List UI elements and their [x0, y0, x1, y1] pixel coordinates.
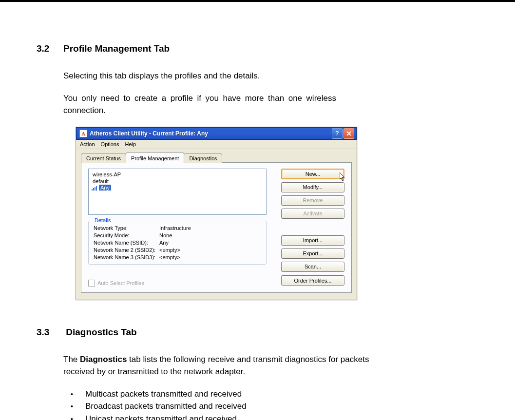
detail-label: Network Name 3 (SSID3): — [94, 254, 159, 260]
signal-icon — [92, 186, 98, 191]
detail-label: Network Name (SSID): — [94, 240, 159, 246]
app-icon: A — [79, 130, 87, 137]
tab-diagnostics[interactable]: Diagnostics — [184, 153, 222, 163]
button-spacer — [281, 222, 344, 232]
tab-strip: Current Status Profile Management Diagno… — [81, 152, 352, 162]
tab-profile-management[interactable]: Profile Management — [126, 153, 184, 163]
text-run-bold: Diagnostics — [80, 355, 127, 364]
menu-options[interactable]: Options — [101, 141, 119, 147]
list-item: Multicast packets transmitted and receiv… — [85, 388, 466, 401]
window-titlebar[interactable]: A Atheros Client Utility - Current Profi… — [76, 127, 357, 140]
order-profiles-button[interactable]: Order Profiles... — [281, 275, 344, 286]
section-3-2-heading: 3.2Profile Management Tab — [37, 43, 466, 54]
auto-select-checkbox-row: Auto Select Profiles — [88, 275, 144, 286]
section-title: Profile Management Tab — [63, 43, 170, 54]
detail-value: <empty> — [159, 247, 261, 253]
section-number: 3.3 — [37, 327, 63, 338]
auto-select-label: Auto Select Profiles — [97, 280, 144, 286]
remove-button[interactable]: Remove — [281, 195, 344, 206]
section-3-3-heading: 3.3 Diagnostics Tab — [37, 327, 466, 338]
detail-label: Network Type: — [94, 225, 159, 231]
dialog-client-area: Current Status Profile Management Diagno… — [76, 149, 357, 300]
modify-button[interactable]: Modify... — [281, 182, 344, 192]
detail-value: Any — [159, 240, 261, 246]
detail-value: Infrastructure — [159, 225, 261, 231]
menu-help[interactable]: Help — [125, 141, 136, 147]
atheros-dialog: A Atheros Client Utility - Current Profi… — [76, 127, 357, 300]
close-button[interactable] — [343, 128, 354, 139]
section-3-2-paragraph-1: Selecting this tab displays the profiles… — [63, 70, 336, 82]
export-button[interactable]: Export... — [281, 248, 344, 259]
detail-value: <empty> — [159, 254, 261, 260]
auto-select-checkbox[interactable] — [88, 280, 95, 286]
section-3-3-paragraph-1: The Diagnostics tab lists the following … — [63, 353, 375, 378]
text-run: The — [63, 355, 80, 364]
profile-listbox[interactable]: wireless-AP default Any — [88, 169, 267, 215]
tab-panel: wireless-AP default Any Details — [81, 162, 352, 293]
help-button[interactable]: ? — [332, 128, 343, 139]
list-item: Broadcast packets transmitted and receiv… — [85, 400, 466, 413]
list-item-label: Any — [99, 185, 111, 191]
section-number: 3.2 — [37, 43, 63, 54]
list-item[interactable]: default — [92, 178, 263, 185]
scan-button[interactable]: Scan... — [281, 262, 344, 272]
list-item: Unicast packets transmitted and received — [85, 413, 466, 420]
detail-label: Network Name 2 (SSID2): — [94, 247, 159, 253]
new-button[interactable]: New... — [281, 169, 344, 179]
section-3-2-paragraph-2: You only need to create a profile if you… — [63, 92, 336, 117]
menu-action[interactable]: Action — [80, 141, 95, 147]
list-item[interactable]: Any — [92, 185, 263, 191]
close-icon — [346, 131, 351, 136]
list-item[interactable]: wireless-AP — [92, 171, 263, 178]
screenshot-container: A Atheros Client Utility - Current Profi… — [76, 127, 466, 300]
tab-current-status[interactable]: Current Status — [81, 153, 126, 163]
window-title: Atheros Client Utility - Current Profile… — [90, 130, 331, 137]
import-button[interactable]: Import... — [281, 235, 344, 246]
detail-label: Security Mode: — [94, 232, 159, 238]
activate-button[interactable]: Activate — [281, 209, 344, 219]
diagnostics-list: Multicast packets transmitted and receiv… — [63, 388, 466, 420]
details-legend: Details — [93, 217, 113, 223]
details-groupbox: Details Network Type:Infrastructure Secu… — [88, 221, 267, 265]
section-title: Diagnostics Tab — [66, 327, 136, 337]
detail-value: None — [159, 232, 261, 238]
menu-bar: Action Options Help — [76, 140, 357, 149]
